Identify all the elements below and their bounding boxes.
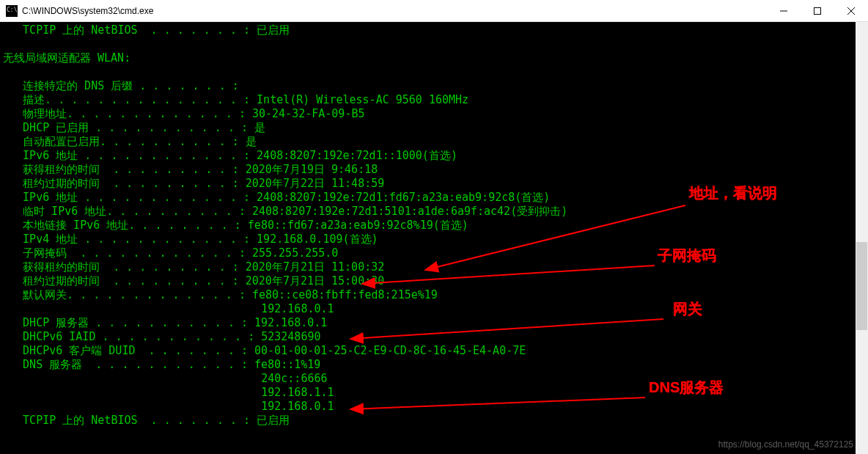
window-title: C:\WINDOWS\system32\cmd.exe <box>22 6 153 16</box>
annotation-dns: DNS服务器 <box>649 378 724 398</box>
close-button[interactable] <box>834 0 868 22</box>
window-titlebar: C:\WINDOWS\system32\cmd.exe <box>0 0 868 22</box>
vertical-scrollbar[interactable] <box>856 22 868 454</box>
annotation-address: 地址，看说明 <box>689 183 777 203</box>
annotation-mask: 子网掩码 <box>658 246 716 266</box>
annotation-gateway: 网关 <box>673 299 702 319</box>
terminal-area[interactable]: TCPIP 上的 NetBIOS . . . . . . . : 已启用 无线局… <box>0 22 868 454</box>
cmd-icon <box>6 5 18 17</box>
scrollbar-thumb[interactable] <box>856 242 867 330</box>
svg-rect-1 <box>814 7 821 14</box>
watermark-text: https://blog.csdn.net/qq_45372125 <box>718 439 853 450</box>
window-controls <box>767 0 868 22</box>
minimize-button[interactable] <box>767 0 801 22</box>
titlebar-left: C:\WINDOWS\system32\cmd.exe <box>0 5 153 17</box>
terminal-output: TCPIP 上的 NetBIOS . . . . . . . : 已启用 无线局… <box>0 22 868 429</box>
maximize-button[interactable] <box>801 0 834 22</box>
